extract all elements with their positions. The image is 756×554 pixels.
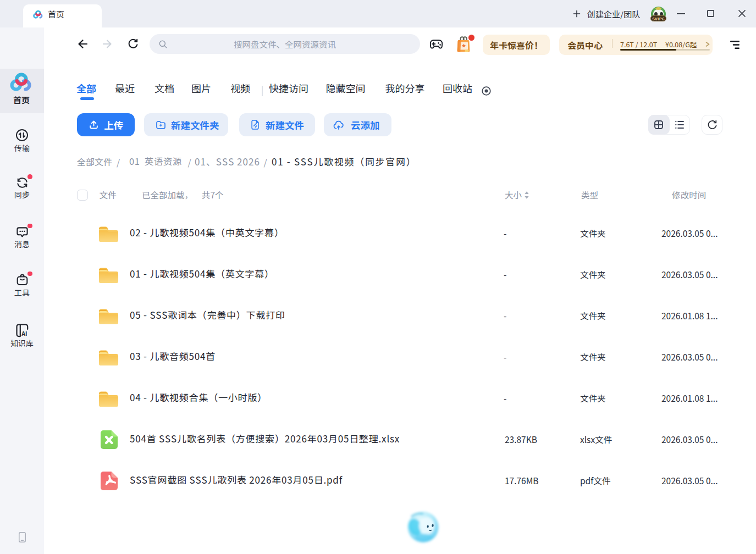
svg-text:AI: AI (21, 329, 27, 337)
